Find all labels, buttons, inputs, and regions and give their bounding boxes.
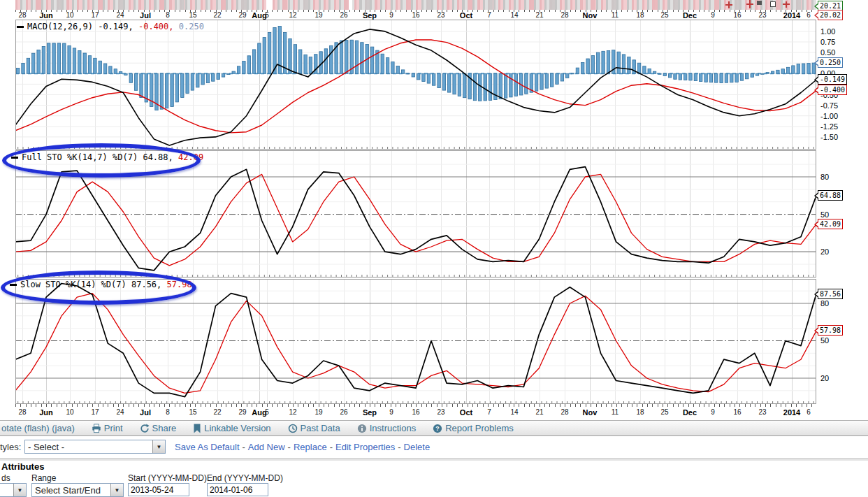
axis-tick-label: Jul bbox=[140, 11, 151, 20]
styles-bar: tyles: - Select - ▼ Save As Default-Add … bbox=[0, 438, 868, 457]
share-icon bbox=[140, 424, 150, 433]
axis-tick-label: Nov bbox=[583, 11, 598, 20]
annotation-ellipse-full-sto bbox=[2, 143, 201, 178]
axis-tick-label: 15 bbox=[189, 408, 196, 416]
linkable-version-button[interactable]: Linkable Version bbox=[193, 423, 270, 433]
axis-tick-label: Dec bbox=[683, 11, 697, 20]
axis-tick-label: 9 bbox=[389, 11, 393, 19]
value-callout: 57.98 bbox=[818, 325, 843, 336]
attributes-title: Attributes bbox=[1, 461, 44, 472]
axis-tick-label: 25 bbox=[660, 11, 668, 19]
price-chart-strip bbox=[15, 0, 816, 10]
axis-tick-label: 10 bbox=[66, 11, 73, 19]
axis-tick-label: Sep bbox=[363, 11, 377, 20]
printer-icon bbox=[92, 424, 101, 433]
axis-tick-label: 2014 bbox=[783, 11, 800, 20]
chevron-down-icon[interactable]: ▼ bbox=[152, 440, 165, 453]
chevron-down-icon[interactable]: ▼ bbox=[13, 484, 26, 496]
axis-tick-label: Nov bbox=[583, 408, 598, 417]
axis-tick-label: 12 bbox=[289, 11, 296, 19]
add-new-link[interactable]: Add New bbox=[248, 442, 285, 452]
axis-tick-label: 24 bbox=[116, 11, 124, 19]
axis-tick-label: 12 bbox=[289, 408, 296, 416]
candle-mark bbox=[746, 3, 753, 5]
range-select[interactable]: Select Start/End ▼ bbox=[31, 483, 124, 497]
axis-tick-label: 22 bbox=[213, 408, 221, 416]
start-date-input[interactable] bbox=[128, 483, 189, 496]
axis-tick-label: Oct bbox=[460, 408, 472, 417]
value-callout: 0.250 bbox=[818, 57, 843, 68]
axis-tick-label: 28 bbox=[18, 11, 26, 19]
axis-tick-label: 17 bbox=[91, 408, 99, 416]
y-axis-label: 1.00 bbox=[820, 27, 835, 36]
end-column-label: End (YYYY-MM-DD) bbox=[207, 473, 283, 483]
axis-tick-label: Sep bbox=[363, 408, 377, 417]
link-separator: - bbox=[330, 442, 333, 452]
axis-tick-label: 9 bbox=[711, 408, 715, 416]
axis-tick-label: 24 bbox=[116, 408, 124, 416]
axis-tick-label: 11 bbox=[612, 408, 619, 416]
axis-tick-label: 28 bbox=[560, 11, 568, 19]
annotate-link[interactable]: otate (flash) (java) bbox=[1, 423, 75, 433]
periods-select[interactable]: ▼ bbox=[0, 483, 27, 497]
y-axis-label: -0.75 bbox=[820, 101, 838, 110]
axis-tick-label: 11 bbox=[612, 11, 619, 19]
linkable-version-label: Linkable Version bbox=[204, 423, 270, 433]
stockcharts-workbench: 28Jun101724Jul8152229Aug5121926Sep91623O… bbox=[0, 0, 868, 497]
save-as-default-link[interactable]: Save As Default bbox=[175, 442, 240, 452]
axis-tick-label: 16 bbox=[733, 11, 741, 19]
macd-label-name: MACD(12,26,9) bbox=[27, 22, 93, 31]
periods-column-label: ds bbox=[1, 473, 10, 483]
macd-signal-value: -0.400, bbox=[138, 22, 174, 31]
style-links: Save As Default-Add New-Replace-Edit Pro… bbox=[175, 442, 430, 452]
axis-tick-label: 7 bbox=[487, 11, 491, 19]
bookmark-icon bbox=[193, 424, 201, 433]
delete-link[interactable]: Delete bbox=[404, 442, 431, 452]
axis-tick-label: 2014 bbox=[783, 408, 800, 417]
help-icon: ? bbox=[433, 424, 442, 433]
value-callout: -0.149 bbox=[818, 74, 847, 85]
axis-tick-label: 21 bbox=[535, 11, 543, 19]
end-date-input[interactable] bbox=[207, 483, 268, 496]
y-axis-label: 0.75 bbox=[820, 38, 835, 46]
candle-mark bbox=[770, 1, 776, 7]
axis-tick-label: 8 bbox=[166, 11, 170, 19]
print-button[interactable]: Print bbox=[92, 423, 123, 433]
axis-tick-label: 6 bbox=[806, 11, 811, 19]
report-problems-button[interactable]: ? Report Problems bbox=[433, 423, 514, 433]
axis-tick-label: 19 bbox=[314, 408, 322, 416]
line-swatch bbox=[17, 26, 24, 28]
axis-tick-label: 7 bbox=[487, 408, 491, 416]
candle-mark bbox=[725, 4, 732, 6]
instructions-label: Instructions bbox=[370, 423, 416, 433]
axis-tick-label: 23 bbox=[437, 11, 444, 19]
share-button[interactable]: Share bbox=[140, 423, 177, 433]
axis-tick-label: 6 bbox=[806, 408, 811, 416]
edit-properties-link[interactable]: Edit Properties bbox=[335, 442, 395, 452]
value-callout: -0.400 bbox=[818, 85, 847, 95]
candle-mark bbox=[757, 1, 762, 5]
info-icon bbox=[357, 424, 367, 433]
y-axis-label: 20 bbox=[820, 247, 829, 256]
styles-select[interactable]: - Select - ▼ bbox=[24, 440, 166, 454]
past-data-button[interactable]: Past Data bbox=[288, 423, 340, 433]
axis-tick-label: 9 bbox=[389, 408, 393, 416]
styles-label: tyles: bbox=[0, 442, 21, 452]
instructions-button[interactable]: Instructions bbox=[357, 423, 416, 433]
axis-tick-label: 29 bbox=[238, 408, 246, 416]
axis-tick-label: 23 bbox=[758, 11, 766, 19]
annotate-link-label: otate (flash) (java) bbox=[1, 423, 75, 433]
range-select-value: Select Start/End bbox=[32, 485, 110, 496]
axis-tick-label: 26 bbox=[340, 408, 347, 416]
y-axis-label: 80 bbox=[820, 299, 829, 308]
link-separator: - bbox=[398, 442, 400, 452]
candle-mark bbox=[783, 3, 790, 5]
link-separator: - bbox=[243, 442, 245, 452]
chevron-down-icon[interactable]: ▼ bbox=[110, 484, 123, 496]
value-callout: 64.88 bbox=[818, 190, 843, 201]
replace-link[interactable]: Replace bbox=[294, 442, 327, 452]
section-divider bbox=[0, 458, 868, 461]
macd-label: MACD(12,26,9) -0.149, -0.400, 0.250 bbox=[17, 22, 204, 31]
y-axis-label: -1.00 bbox=[820, 112, 838, 120]
past-data-label: Past Data bbox=[301, 423, 340, 433]
